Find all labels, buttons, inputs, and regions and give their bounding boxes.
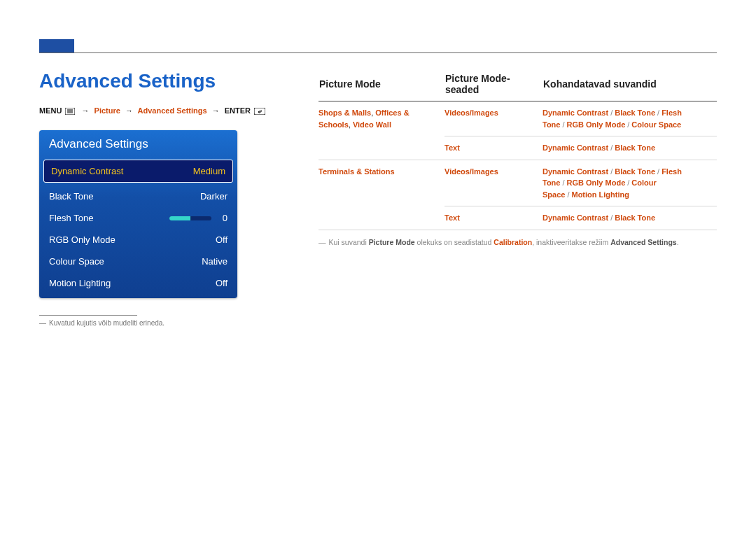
setting-value: Medium	[193, 166, 225, 176]
breadcrumb-enter: ENTER	[225, 106, 251, 115]
table-row: Terminals & Stations Videos/Images Dynam…	[318, 160, 717, 206]
opt: Colour Space	[631, 120, 681, 129]
enter-icon	[254, 108, 265, 115]
cell-picture-mode: Shops & Malls, Offices & Schools, Video …	[318, 101, 444, 160]
note-bold: Picture Mode	[369, 238, 415, 246]
setting-label: Black Tone	[49, 191, 93, 202]
opt: Black Tone	[615, 143, 655, 152]
note-text: , inaktiveeritakse režiim	[532, 238, 610, 246]
menu-icon	[65, 108, 75, 115]
table-header-kohandatavad-suvandid: Kohandatavad suvandid	[542, 72, 717, 101]
mode-part: Video Wall	[353, 120, 391, 129]
opt: Dynamic Contrast	[542, 143, 608, 152]
breadcrumb-sep: →	[125, 106, 133, 115]
setting-label: RGB Only Mode	[49, 234, 115, 245]
slash: /	[610, 167, 612, 176]
note-orange: Calibration	[493, 238, 532, 246]
slash: /	[567, 190, 569, 199]
slider-fill	[169, 216, 190, 220]
opt: Black Tone	[615, 108, 655, 117]
cell-options: Dynamic Contrast/Black Tone/Flesh Tone/R…	[542, 101, 717, 136]
breadcrumb-menu: MENU	[39, 106, 62, 115]
setting-label: Colour Space	[49, 256, 104, 267]
footnote-rule	[39, 315, 137, 316]
header-rule	[39, 52, 717, 53]
setting-value: Off	[216, 234, 227, 245]
cell-picture-mode: Terminals & Stations	[318, 160, 444, 230]
breadcrumb-picture: Picture	[94, 106, 120, 115]
table-header-picture-mode-seaded: Picture Mode-seaded	[444, 72, 542, 101]
settings-panel: Advanced Settings Dynamic Contrast Mediu…	[39, 130, 237, 298]
opt: Dynamic Contrast	[542, 108, 608, 117]
setting-value: Off	[216, 278, 227, 288]
setting-label: Flesh Tone	[49, 213, 93, 223]
slash: /	[657, 108, 659, 117]
page: Advanced Settings MENU → Picture → Advan…	[0, 0, 756, 534]
footnote: ―Kuvatud kujutis võib mudeliti erineda.	[39, 319, 164, 327]
options-table: Picture Mode Picture Mode-seaded Kohanda…	[318, 72, 717, 230]
setting-row-colour-space[interactable]: Colour Space Native	[39, 251, 237, 272]
cell-seaded: Text	[444, 206, 542, 230]
opt: Black Tone	[615, 213, 655, 222]
breadcrumb: MENU → Picture → Advanced Settings → ENT…	[39, 106, 267, 115]
setting-row-dynamic-contrast[interactable]: Dynamic Contrast Medium	[43, 160, 233, 183]
calibration-note: ―Kui suvandi Picture Mode olekuks on sea…	[318, 237, 717, 248]
slash: /	[562, 120, 564, 129]
slash: /	[610, 213, 612, 222]
table-row: Shops & Malls, Offices & Schools, Video …	[318, 101, 717, 136]
note-text: Kui suvandi	[329, 238, 369, 246]
breadcrumb-sep: →	[212, 106, 220, 115]
note-bold: Advanced Settings	[610, 238, 677, 246]
slash: /	[610, 143, 612, 152]
cell-options: Dynamic Contrast/Black Tone	[542, 136, 717, 160]
cell-seaded: Videos/Images	[444, 160, 542, 206]
opt: Dynamic Contrast	[542, 167, 608, 176]
breadcrumb-sep: →	[82, 106, 90, 115]
setting-value-group: 0	[169, 213, 227, 223]
cell-options: Dynamic Contrast/Black Tone	[542, 206, 717, 230]
breadcrumb-advanced-settings: Advanced Settings	[138, 106, 207, 115]
dash-icon: ―	[39, 319, 46, 327]
slash: /	[657, 167, 659, 176]
panel-header: Advanced Settings	[39, 130, 237, 160]
slider-track[interactable]	[169, 216, 211, 220]
slash: /	[610, 108, 612, 117]
setting-row-flesh-tone[interactable]: Flesh Tone 0	[39, 207, 237, 229]
opt: RGB Only Mode	[567, 120, 626, 129]
page-title: Advanced Settings	[39, 70, 216, 92]
setting-value: 0	[223, 213, 227, 223]
slash: /	[562, 178, 564, 187]
opt: Motion Lighting	[571, 190, 629, 199]
setting-row-black-tone[interactable]: Black Tone Darker	[39, 185, 237, 207]
table-header-picture-mode: Picture Mode	[318, 72, 444, 101]
setting-value: Native	[202, 256, 227, 267]
mode-part: Shops & Malls	[318, 108, 371, 117]
cell-options: Dynamic Contrast/Black Tone/Flesh Tone/R…	[542, 160, 717, 206]
opt: RGB Only Mode	[567, 178, 626, 187]
mode-part: Terminals & Stations	[318, 167, 395, 176]
note-text: .	[677, 238, 679, 246]
setting-value: Darker	[200, 191, 227, 202]
slash: /	[627, 178, 629, 187]
cell-seaded: Text	[444, 136, 542, 160]
note-text: olekuks on seadistatud	[415, 238, 494, 246]
opt: Dynamic Contrast	[542, 213, 608, 222]
setting-row-rgb-only-mode[interactable]: RGB Only Mode Off	[39, 229, 237, 251]
header-accent	[39, 39, 74, 52]
setting-row-motion-lighting[interactable]: Motion Lighting Off	[39, 272, 237, 298]
options-table-wrap: Picture Mode Picture Mode-seaded Kohanda…	[318, 72, 717, 248]
dash-icon: ―	[318, 238, 326, 246]
footnote-text: Kuvatud kujutis võib mudeliti erineda.	[49, 319, 164, 327]
slash: /	[627, 120, 629, 129]
setting-label: Motion Lighting	[49, 278, 111, 288]
setting-label: Dynamic Contrast	[51, 166, 123, 176]
cell-seaded: Videos/Images	[444, 101, 542, 136]
opt: Black Tone	[615, 167, 655, 176]
